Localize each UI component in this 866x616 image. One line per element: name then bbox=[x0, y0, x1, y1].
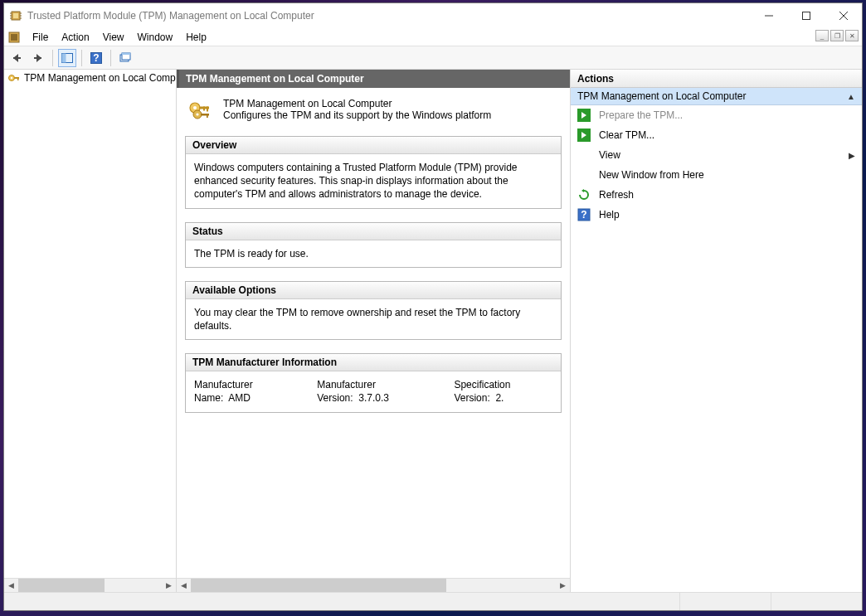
forward-button[interactable] bbox=[29, 49, 47, 67]
scroll-left-button[interactable]: ◀ bbox=[4, 579, 18, 593]
mmc-icon bbox=[7, 31, 21, 44]
scroll-thumb[interactable] bbox=[191, 579, 446, 593]
details-hscrollbar[interactable]: ◀ ▶ bbox=[177, 578, 570, 592]
action-refresh[interactable]: Refresh bbox=[571, 185, 862, 205]
help-icon: ? bbox=[577, 208, 591, 221]
tree-root-label: TPM Management on Local Comp bbox=[24, 72, 176, 84]
actions-header: Actions bbox=[571, 70, 862, 88]
action-label: New Window from Here bbox=[599, 169, 704, 181]
refresh-icon bbox=[577, 188, 591, 201]
menu-window[interactable]: Window bbox=[131, 29, 180, 46]
details-title: TPM Management on Local Computer bbox=[186, 73, 364, 85]
section-manufacturer: TPM Manufacturer Information Manufacture… bbox=[185, 353, 562, 412]
section-options-body: You may clear the TPM to remove ownershi… bbox=[186, 299, 561, 339]
action-new-window[interactable]: New Window from Here bbox=[571, 165, 862, 185]
mdi-restore-button[interactable]: ❐ bbox=[830, 30, 844, 41]
svg-rect-17 bbox=[62, 53, 66, 62]
svg-rect-14 bbox=[13, 57, 21, 59]
toolbar-separator bbox=[81, 50, 82, 66]
svg-text:?: ? bbox=[93, 52, 99, 64]
arrow-right-icon bbox=[577, 129, 591, 142]
show-hide-tree-button[interactable] bbox=[58, 49, 76, 67]
section-status-body: The TPM is ready for use. bbox=[186, 240, 561, 267]
section-overview-body: Windows computers containing a Trusted P… bbox=[186, 154, 561, 208]
close-button[interactable] bbox=[825, 4, 862, 28]
section-status-header: Status bbox=[186, 223, 561, 240]
menubar: File Action View Window Help _ ❐ ✕ bbox=[4, 28, 862, 46]
menu-action[interactable]: Action bbox=[55, 29, 95, 46]
mdi-close-button[interactable]: ✕ bbox=[845, 30, 859, 41]
details-header: TPM Management on Local Computer bbox=[177, 70, 570, 88]
svg-rect-1 bbox=[13, 13, 18, 18]
menu-view[interactable]: View bbox=[96, 29, 131, 46]
action-label: Refresh bbox=[599, 189, 634, 201]
action-label: Clear TPM... bbox=[599, 129, 654, 141]
tpm-keys-icon bbox=[187, 96, 213, 123]
scroll-left-button[interactable]: ◀ bbox=[177, 579, 191, 593]
svg-rect-15 bbox=[34, 57, 41, 59]
tree-root-item[interactable]: TPM Management on Local Comp bbox=[4, 70, 176, 86]
mfg-name-value: AMD bbox=[228, 392, 251, 404]
details-pane: TPM Management on Local Computer TPM Man… bbox=[177, 70, 570, 592]
toolbar-separator bbox=[110, 50, 111, 66]
banner: TPM Management on Local Computer Configu… bbox=[177, 88, 570, 131]
content-area: TPM Management on Local Comp ◀ ▶ TPM Man… bbox=[4, 70, 862, 592]
banner-subtitle: Configures the TPM and its support by th… bbox=[223, 109, 491, 121]
scroll-right-button[interactable]: ▶ bbox=[556, 579, 570, 593]
action-label: Help bbox=[599, 209, 620, 221]
svg-rect-9 bbox=[802, 12, 810, 20]
toolbar-separator bbox=[52, 50, 53, 66]
new-window-button[interactable] bbox=[116, 49, 134, 67]
section-overview-header: Overview bbox=[186, 137, 561, 154]
tree-hscrollbar[interactable]: ◀ ▶ bbox=[4, 578, 176, 592]
application-window: Trusted Platform Module (TPM) Management… bbox=[3, 2, 863, 611]
mdi-buttons: _ ❐ ✕ bbox=[815, 30, 859, 41]
titlebar[interactable]: Trusted Platform Module (TPM) Management… bbox=[4, 3, 862, 28]
tree-pane: TPM Management on Local Comp ◀ ▶ bbox=[4, 70, 177, 592]
action-label: Prepare the TPM... bbox=[599, 109, 683, 121]
mdi-minimize-button[interactable]: _ bbox=[815, 30, 829, 41]
section-options-header: Available Options bbox=[186, 282, 561, 299]
actions-group-label: TPM Management on Local Computer bbox=[577, 90, 746, 102]
action-prepare-tpm[interactable]: Prepare the TPM... bbox=[571, 105, 862, 125]
svg-rect-35 bbox=[207, 114, 208, 118]
window-buttons bbox=[750, 4, 862, 28]
svg-rect-13 bbox=[11, 34, 17, 41]
svg-rect-26 bbox=[17, 77, 19, 80]
svg-point-24 bbox=[11, 77, 12, 79]
blank-icon bbox=[577, 148, 591, 162]
section-overview: Overview Windows computers containing a … bbox=[185, 136, 562, 209]
actions-group-header[interactable]: TPM Management on Local Computer ▲ bbox=[571, 88, 862, 105]
window-title: Trusted Platform Module (TPM) Management… bbox=[27, 10, 750, 22]
actions-pane: Actions TPM Management on Local Computer… bbox=[570, 70, 862, 592]
tpm-key-icon bbox=[7, 71, 21, 85]
maximize-button[interactable] bbox=[787, 4, 825, 28]
menu-file[interactable]: File bbox=[26, 29, 55, 46]
mfg-spec-value: 2. bbox=[495, 392, 504, 404]
svg-rect-30 bbox=[207, 107, 208, 112]
blank-icon bbox=[577, 168, 591, 182]
banner-title: TPM Management on Local Computer bbox=[223, 98, 491, 109]
arrow-right-icon bbox=[577, 109, 591, 122]
scroll-track[interactable] bbox=[18, 579, 162, 593]
mfg-version-value: 3.7.0.3 bbox=[358, 392, 389, 404]
action-help[interactable]: ? Help bbox=[571, 205, 862, 225]
svg-rect-31 bbox=[203, 107, 205, 111]
statusbar bbox=[4, 592, 862, 610]
scroll-thumb[interactable] bbox=[18, 579, 105, 593]
menu-help[interactable]: Help bbox=[179, 29, 213, 46]
collapse-icon: ▲ bbox=[847, 92, 855, 101]
svg-point-33 bbox=[196, 113, 198, 115]
help-button[interactable]: ? bbox=[87, 49, 105, 67]
section-manufacturer-header: TPM Manufacturer Information bbox=[186, 354, 561, 371]
section-status: Status The TPM is ready for use. bbox=[185, 222, 562, 268]
scroll-track[interactable] bbox=[191, 579, 556, 593]
action-view[interactable]: View ▶ bbox=[571, 145, 862, 165]
action-label: View bbox=[599, 149, 620, 161]
manufacturer-row: Manufacturer Name: AMD Manufacturer Vers… bbox=[194, 378, 552, 405]
tpm-chip-icon bbox=[9, 9, 22, 22]
minimize-button[interactable] bbox=[750, 4, 787, 28]
back-button[interactable] bbox=[7, 49, 26, 67]
scroll-right-button[interactable]: ▶ bbox=[162, 579, 176, 593]
action-clear-tpm[interactable]: Clear TPM... bbox=[571, 125, 862, 145]
